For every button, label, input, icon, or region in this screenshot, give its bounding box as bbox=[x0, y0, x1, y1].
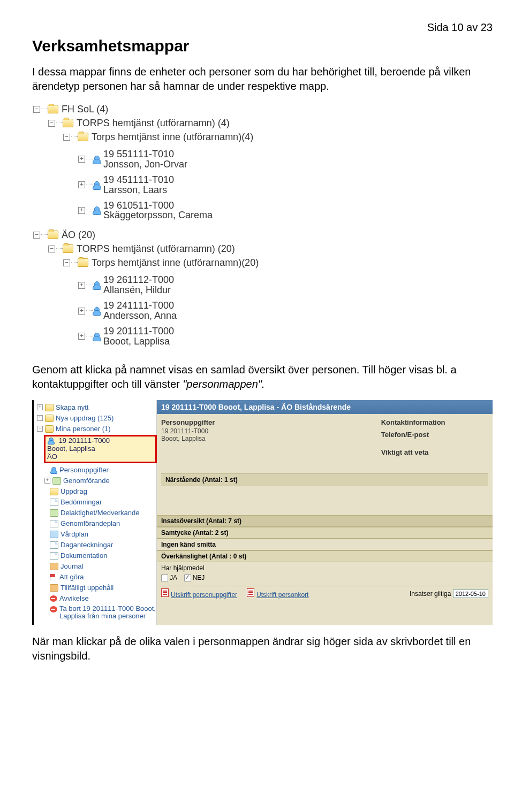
sidebar-item-skapa-nytt[interactable]: +Skapa nytt bbox=[37, 402, 156, 413]
document-icon bbox=[50, 552, 58, 560]
section-samtycke[interactable]: Samtycke (Antal: 2 st) bbox=[157, 527, 493, 539]
section-viktigt-att-veta: Viktigt att veta bbox=[381, 448, 488, 456]
checkbox-ja[interactable] bbox=[161, 574, 168, 581]
collapse-icon[interactable]: − bbox=[48, 246, 55, 252]
tree-label: ÄO (20) bbox=[62, 229, 95, 241]
plan-icon bbox=[50, 531, 58, 538]
sidebar-item-journal[interactable]: Journal bbox=[37, 561, 156, 572]
tree-folder-torps-inne-4[interactable]: − Torps hemtjänst inne (utförarnamn)(4) bbox=[32, 130, 493, 144]
section-narstaende[interactable]: Närstående (Antal: 1 st) bbox=[161, 473, 488, 486]
sidebar-item-uppdrag[interactable]: Uppdrag bbox=[37, 486, 156, 497]
tree-person[interactable]: + 19 551111-T010 Jonsson, Jon-Orvar bbox=[32, 149, 493, 170]
tree-label: TORPS hemtjänst (utförarnamn) (4) bbox=[77, 118, 230, 129]
tree-label: FH SoL (4) bbox=[62, 104, 108, 115]
tree-person[interactable]: + 19 451111-T010 Larsson, Laars bbox=[32, 175, 493, 195]
collapse-icon[interactable]: − bbox=[63, 259, 70, 266]
folder-icon bbox=[63, 244, 73, 253]
date-input[interactable]: 2012-05-10 bbox=[453, 589, 488, 598]
section-telefon-epost: Telefon/E-post bbox=[381, 431, 488, 439]
sidebar-item-nya-uppdrag[interactable]: +Nya uppdrag (125) bbox=[37, 413, 156, 424]
collapse-icon[interactable]: − bbox=[33, 106, 40, 113]
expand-icon[interactable]: + bbox=[78, 156, 85, 163]
tree-label: Torps hemtjänst inne (utförarnamn)(20) bbox=[92, 257, 259, 269]
sidebar-item-personuppgifter[interactable]: Personuppgifter bbox=[37, 465, 156, 476]
label-insatser-giltiga: Insatser giltiga 2012-05-10 bbox=[410, 589, 488, 598]
person-icon bbox=[93, 307, 100, 315]
expand-icon[interactable]: + bbox=[78, 333, 85, 340]
sidebar-item-delaktighet[interactable]: Delaktighet/Medverkande bbox=[37, 508, 156, 518]
detail-title: 19 201111-T000 Booot, Lapplisa - ÄO Bist… bbox=[157, 400, 493, 414]
participation-icon bbox=[50, 509, 58, 517]
label-nej: NEJ bbox=[193, 574, 205, 581]
section-insatsoversikt[interactable]: Insatsöversikt (Antal: 7 st) bbox=[157, 515, 493, 527]
person-icon bbox=[93, 281, 100, 289]
person-detail-panel: 19 201111-T000 Booot, Lapplisa - ÄO Bist… bbox=[157, 400, 493, 625]
label-hjalpmedel: Har hjälpmedel bbox=[161, 564, 488, 572]
sidebar-item-remove-person[interactable]: Ta bort 19 201111-T000 Booot, Lapplisa f… bbox=[37, 605, 156, 621]
tree-folder-fh-sol[interactable]: − FH SoL (4) bbox=[32, 102, 493, 116]
journal-icon bbox=[50, 563, 58, 570]
pdf-icon bbox=[161, 588, 169, 597]
person-id: 19 241111-T000 bbox=[103, 300, 174, 311]
folder-icon bbox=[78, 258, 88, 267]
tree-person[interactable]: + 19 241111-T000 Andersson, Anna bbox=[32, 301, 493, 321]
person-icon bbox=[93, 206, 100, 214]
expand-icon[interactable]: + bbox=[78, 181, 85, 188]
page-number: Sida 10 av 23 bbox=[32, 21, 493, 34]
sidebar-item-genomforandeplan[interactable]: Genomförandeplan bbox=[37, 518, 156, 529]
person-name: Allansén, Hildur bbox=[103, 285, 171, 295]
collapse-icon[interactable]: − bbox=[33, 232, 40, 239]
sidebar-item-daganteckningar[interactable]: Daganteckningar bbox=[37, 540, 156, 550]
checkbox-nej[interactable] bbox=[184, 574, 191, 581]
tree-person[interactable]: + 19 610511-T000 Skäggetorpsson, Carema bbox=[32, 201, 493, 221]
person-icon bbox=[93, 333, 100, 340]
expand-icon[interactable]: + bbox=[78, 308, 85, 315]
section-overkanslighet[interactable]: Överkänslighet (Antal : 0 st) bbox=[157, 550, 493, 562]
pdf-icon bbox=[247, 588, 254, 597]
person-name: Jonsson, Jon-Orvar bbox=[103, 159, 187, 170]
sidebar-item-vardplan[interactable]: Vårdplan bbox=[37, 529, 156, 540]
tree-folder-torps-ut-4[interactable]: − TORPS hemtjänst (utförarnamn) (4) bbox=[32, 116, 493, 130]
tree-folder-ao-20[interactable]: − ÄO (20) bbox=[32, 228, 493, 242]
tree-label: Torps hemtjänst inne (utförarnamn)(4) bbox=[92, 132, 253, 143]
gear-icon bbox=[52, 477, 61, 485]
sidebar-item-avvikelse[interactable]: Avvikelse bbox=[37, 593, 156, 604]
person-name: Andersson, Anna bbox=[103, 310, 177, 321]
section-smitta: Ingen känd smitta bbox=[157, 539, 493, 550]
person-id: 19 610511-T000 bbox=[103, 200, 174, 211]
link-utskrift-personkort[interactable]: Utskrift personkort bbox=[247, 588, 308, 599]
intro-paragraph: I dessa mappar finns de enheter och pers… bbox=[32, 65, 493, 94]
section-kontaktinformation: Kontaktinformation bbox=[381, 418, 488, 426]
tree-person[interactable]: + 19 201111-T000 Booot, Lapplisa bbox=[32, 326, 493, 347]
flag-icon bbox=[50, 574, 57, 580]
page-title: Verksamhetsmappar bbox=[32, 37, 493, 55]
sidebar-item-tillfalligt-uppehall[interactable]: Tillfälligt uppehåll bbox=[37, 583, 156, 593]
tree-person[interactable]: + 19 261112-T000 Allansén, Hildur bbox=[32, 275, 493, 295]
bottom-paragraph: När man klickar på de olika valen i pers… bbox=[32, 634, 493, 663]
sidebar-item-mina-personer[interactable]: −Mina personer (1) bbox=[37, 424, 156, 434]
collapse-icon[interactable]: − bbox=[48, 120, 55, 127]
error-icon bbox=[50, 595, 57, 602]
person-icon bbox=[93, 181, 100, 189]
tree-folder-torps-ut-20[interactable]: − TORPS hemtjänst (utförarnamn) (20) bbox=[32, 242, 493, 256]
sidebar-item-att-gora[interactable]: Att göra bbox=[37, 572, 156, 583]
folder-icon bbox=[63, 119, 73, 127]
overview-panel: +Skapa nytt +Nya uppdrag (125) −Mina per… bbox=[32, 400, 493, 625]
pause-icon bbox=[50, 584, 58, 592]
sidebar-item-dokumentation[interactable]: Dokumentation bbox=[37, 550, 156, 561]
person-icon bbox=[47, 438, 55, 444]
person-id: 19 551111-T010 bbox=[103, 149, 174, 159]
sidebar-item-genomforande[interactable]: +Genomförande bbox=[37, 476, 156, 486]
selected-person[interactable]: 19 201111-T000 Booot, Lapplisa ÄO bbox=[44, 435, 156, 463]
expand-icon[interactable]: + bbox=[78, 207, 85, 214]
document-icon bbox=[50, 520, 58, 527]
person-id: 19 451111-T010 bbox=[103, 174, 174, 185]
person-icon bbox=[93, 156, 100, 163]
link-utskrift-personuppgifter[interactable]: Utskrift personuppgifter bbox=[161, 588, 237, 599]
collapse-icon[interactable]: − bbox=[63, 134, 70, 141]
detail-person-name: Booot, Lapplisa bbox=[161, 435, 376, 442]
expand-icon[interactable]: + bbox=[78, 282, 85, 289]
tree-folder-torps-inne-20[interactable]: − Torps hemtjänst inne (utförarnamn)(20) bbox=[32, 256, 493, 270]
sidebar-item-bedomningar[interactable]: Bedömningar bbox=[37, 497, 156, 508]
folder-icon bbox=[50, 488, 58, 495]
